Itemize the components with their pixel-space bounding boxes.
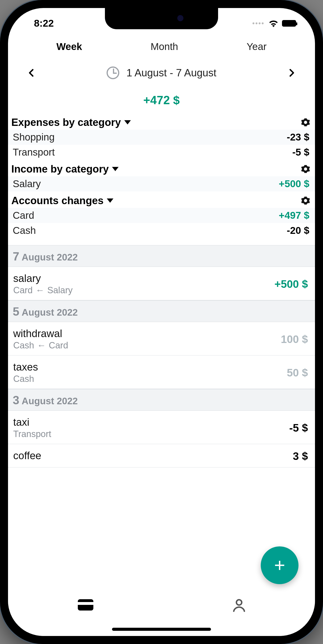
expense-row[interactable]: Shopping -23 $ <box>8 130 315 145</box>
row-label: Cash <box>13 225 36 236</box>
transaction-sub: Cash←Card <box>13 340 68 350</box>
svg-point-2 <box>236 600 242 605</box>
section-income-title: Income by category <box>11 163 109 175</box>
period-tabs: Week Month Year <box>8 34 315 62</box>
date-header: 5August 2022 <box>8 300 315 322</box>
account-row[interactable]: Cash -20 $ <box>8 223 315 238</box>
chevron-right-icon[interactable] <box>287 67 296 79</box>
expense-row[interactable]: Transport -5 $ <box>8 145 315 160</box>
transaction-amount: 3 $ <box>293 450 308 462</box>
account-row[interactable]: Card +497 $ <box>8 208 315 223</box>
section-expenses-title: Expenses by category <box>11 116 121 128</box>
tab-week[interactable]: Week <box>56 41 82 52</box>
status-right <box>252 20 298 27</box>
transaction-sub: Card←Salary <box>13 285 72 295</box>
section-expenses-header[interactable]: Expenses by category <box>8 116 315 130</box>
clock-icon <box>106 66 119 79</box>
status-time: 8:22 <box>24 18 54 29</box>
row-amount: -5 $ <box>292 146 309 158</box>
date-header: 7August 2022 <box>8 245 315 267</box>
transaction-row[interactable]: coffee 3 $ <box>8 444 315 468</box>
row-amount: -20 $ <box>287 225 309 236</box>
transaction-title: taxi <box>13 416 51 428</box>
date-range-label: 1 August - 7 August <box>126 67 216 79</box>
screen: 8:22 Week Month Year 1 August - 7 August <box>8 8 315 636</box>
app-root: Week Month Year 1 August - 7 August +472… <box>8 34 315 636</box>
section-accounts-title: Accounts changes <box>11 195 104 206</box>
wallet-tab-icon[interactable] <box>77 598 94 612</box>
date-rest: August 2022 <box>22 252 78 262</box>
battery-icon <box>282 20 296 27</box>
transaction-row[interactable]: taxi Transport -5 $ <box>8 411 315 444</box>
profile-tab-icon[interactable] <box>232 598 246 612</box>
date-rest: August 2022 <box>22 307 78 318</box>
date-rest: August 2022 <box>22 396 78 406</box>
chevron-down-icon <box>112 167 118 171</box>
chevron-down-icon <box>124 120 131 124</box>
phone-frame: 8:22 Week Month Year 1 August - 7 August <box>0 0 323 644</box>
transaction-title: salary <box>13 272 72 284</box>
transaction-title: taxes <box>13 361 38 373</box>
add-transaction-fab[interactable]: + <box>261 546 298 584</box>
wifi-icon <box>268 20 279 27</box>
transaction-amount: 100 $ <box>281 333 308 346</box>
date-nav: 1 August - 7 August <box>8 62 315 86</box>
date-day: 7 <box>13 250 19 263</box>
gear-icon[interactable] <box>301 164 310 174</box>
notch <box>105 8 218 29</box>
bottom-nav <box>8 589 315 636</box>
date-range-button[interactable]: 1 August - 7 August <box>106 66 216 79</box>
income-row[interactable]: Salary +500 $ <box>8 176 315 192</box>
transaction-amount: 50 $ <box>287 366 308 379</box>
balance-total: +472 $ <box>8 86 315 116</box>
section-accounts-header[interactable]: Accounts changes <box>8 195 315 208</box>
gear-icon[interactable] <box>301 196 310 205</box>
transaction-amount: -5 $ <box>289 422 308 434</box>
transaction-sub: Cash <box>13 374 38 384</box>
cell-signal-icon <box>252 22 264 24</box>
home-indicator[interactable] <box>112 628 211 631</box>
transaction-sub: Transport <box>13 429 51 439</box>
section-income-header[interactable]: Income by category <box>8 163 315 176</box>
row-label: Salary <box>13 178 41 190</box>
date-day: 5 <box>13 305 19 318</box>
row-amount: +500 $ <box>279 178 309 190</box>
transaction-title: coffee <box>13 450 41 462</box>
row-amount: +497 $ <box>279 210 309 221</box>
transaction-title: withdrawal <box>13 328 68 340</box>
transaction-row[interactable]: taxes Cash 50 $ <box>8 356 315 389</box>
chevron-down-icon <box>107 198 114 203</box>
chevron-left-icon[interactable] <box>27 67 36 79</box>
tab-year[interactable]: Year <box>246 41 267 52</box>
tab-month[interactable]: Month <box>151 41 178 52</box>
transaction-row[interactable]: withdrawal Cash←Card 100 $ <box>8 322 315 356</box>
row-label: Transport <box>13 146 55 158</box>
row-label: Shopping <box>13 132 55 143</box>
date-day: 3 <box>13 394 19 407</box>
gear-icon[interactable] <box>301 118 310 127</box>
transaction-row[interactable]: salary Card←Salary +500 $ <box>8 267 315 300</box>
row-label: Card <box>13 210 34 221</box>
plus-icon: + <box>274 556 285 575</box>
row-amount: -23 $ <box>287 132 309 143</box>
date-header: 3August 2022 <box>8 389 315 411</box>
svg-rect-1 <box>78 602 93 605</box>
transaction-amount: +500 $ <box>274 278 308 290</box>
